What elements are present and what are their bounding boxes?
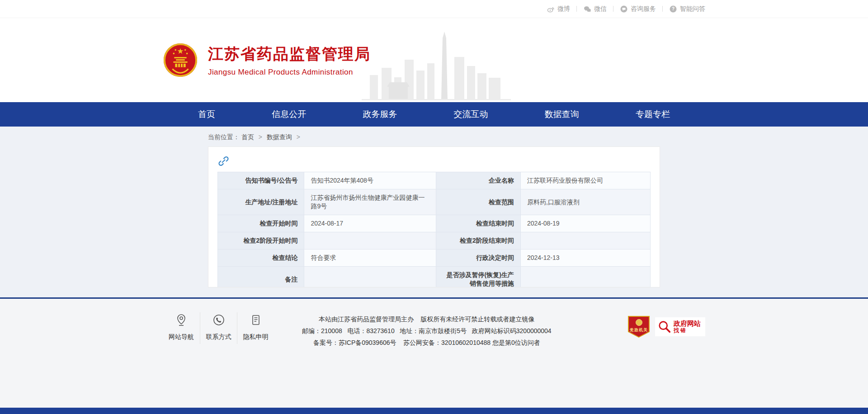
field-value: 2024-08-17	[304, 215, 436, 232]
field-value	[304, 267, 436, 288]
table-row: 生产地址/注册地址 江苏省扬州市扬州生物健康产业园健康一路9号 检查范围 原料药…	[218, 189, 651, 215]
footer-quick-links: 网站导航 联系方式 隐私申明	[163, 312, 274, 344]
topbar-item-label: 微信	[594, 5, 607, 13]
table-row: 检查开始时间 2024-08-17 检查结束时间 2024-08-19	[218, 215, 651, 232]
divider	[613, 6, 613, 12]
breadcrumb-home-link[interactable]: 首页	[241, 133, 254, 141]
footer-info: 本站由江苏省药品监督管理局主办 版权所有未经许可禁止转载或者建立镜像 邮编：21…	[302, 312, 552, 348]
table-row: 检查2阶段开始时间 检查2阶段结束时间	[218, 232, 651, 249]
field-label: 检查2阶段开始时间	[218, 232, 304, 249]
link-icon	[217, 155, 230, 167]
main-content: 当前位置： 首页 > 数据查询 > 告知书编号/公告号 告知书2024年第408…	[0, 127, 868, 297]
nav-item-home[interactable]: 首页	[198, 102, 215, 127]
table-row: 告知书编号/公告号 告知书2024年第408号 企业名称 江苏联环药业股份有限公…	[218, 172, 651, 189]
field-value: 2024-08-19	[520, 215, 650, 232]
document-icon	[249, 313, 263, 327]
nav-item-info-disclosure[interactable]: 信息公开	[272, 102, 306, 127]
field-value: 江苏联环药业股份有限公司	[520, 172, 650, 189]
divider	[662, 6, 663, 12]
site-header: 江苏省药品监督管理局 Jiangsu Medical Products Admi…	[0, 18, 868, 102]
field-label: 备注	[218, 267, 304, 288]
field-label: 检查开始时间	[218, 215, 304, 232]
consult-icon	[620, 5, 628, 13]
field-label: 行政决定时间	[436, 249, 521, 267]
field-value: 原料药,口服溶液剂	[520, 189, 650, 215]
topbar-item-label: 智能问答	[680, 5, 705, 13]
field-value	[520, 232, 650, 249]
topbar-item-label: 微博	[557, 5, 570, 13]
footer-link-label: 联系方式	[200, 333, 237, 341]
gov-site-badge-subtitle: 找错	[674, 328, 701, 334]
gov-site-badge-title: 政府网站	[674, 320, 701, 327]
qa-icon: ?	[669, 5, 677, 13]
breadcrumb-separator: >	[259, 133, 262, 141]
nav-item-gov-services[interactable]: 政务服务	[363, 102, 397, 127]
footer: 网站导航 联系方式 隐私申明 本站由江苏省药品监督管	[0, 299, 868, 408]
nav-item-data-query[interactable]: 数据查询	[545, 102, 579, 127]
footer-link-label: 隐私申明	[237, 333, 274, 341]
table-row: 备注 是否涉及暂停(恢复)生产销售使用等措施	[218, 267, 651, 288]
party-gov-badge-label: 党政机关	[630, 327, 648, 333]
contact-link[interactable]: 联系方式	[200, 312, 237, 344]
breadcrumb: 当前位置： 首页 > 数据查询 >	[208, 127, 660, 146]
party-gov-badge[interactable]: 党政机关	[628, 316, 650, 338]
breadcrumb-prefix: 当前位置：	[208, 133, 240, 141]
field-value: 2024-12-13	[520, 249, 650, 267]
breadcrumb-separator: >	[297, 133, 300, 141]
wechat-link[interactable]: 微信	[583, 5, 607, 13]
badge-emblem-icon	[636, 319, 642, 326]
privacy-statement-link[interactable]: 隐私申明	[237, 312, 274, 344]
field-value: 告知书2024年第408号	[304, 172, 436, 189]
nav-item-special-topics[interactable]: 专题专栏	[636, 102, 670, 127]
smart-qa-link[interactable]: ? 智能问答	[669, 5, 705, 13]
breadcrumb-data-query-link[interactable]: 数据查询	[267, 133, 292, 141]
national-emblem-logo	[163, 42, 198, 78]
topbar-item-label: 咨询服务	[631, 5, 656, 13]
svg-text:?: ?	[672, 6, 675, 11]
consult-service-link[interactable]: 咨询服务	[620, 5, 656, 13]
divider	[576, 6, 577, 12]
site-map-link[interactable]: 网站导航	[163, 312, 200, 344]
field-label: 检查结论	[218, 249, 304, 267]
footer-badges: 党政机关 政府网站 找错	[628, 316, 705, 338]
footer-address-line: 邮编：210008 电话：83273610 地址：南京市鼓楼街5号 政府网站标识…	[302, 325, 552, 337]
inspection-detail-table: 告知书编号/公告号 告知书2024年第408号 企业名称 江苏联环药业股份有限公…	[217, 172, 651, 287]
field-value	[520, 267, 650, 288]
magnifier-icon	[658, 320, 671, 334]
field-label: 是否涉及暂停(恢复)生产销售使用等措施	[436, 267, 521, 288]
field-label: 检查2阶段结束时间	[436, 232, 521, 249]
field-value: 符合要求	[304, 249, 436, 267]
weibo-link[interactable]: 微博	[547, 5, 570, 13]
main-nav: 首页 信息公开 政务服务 交流互动 数据查询 专题专栏	[0, 102, 868, 127]
phone-icon	[212, 313, 226, 327]
field-label: 检查范围	[436, 189, 521, 215]
bottom-blue-strip	[0, 408, 868, 414]
wechat-icon	[583, 5, 591, 13]
footer-icp-line: 备案号：苏ICP备09039606号 苏公网安备：32010602010488 …	[302, 337, 552, 348]
footer-host-copyright-line: 本站由江苏省药品监督管理局主办 版权所有未经许可禁止转载或者建立镜像	[302, 313, 552, 325]
field-value: 江苏省扬州市扬州生物健康产业园健康一路9号	[304, 189, 436, 215]
inspection-detail-card: 告知书编号/公告号 告知书2024年第408号 企业名称 江苏联环药业股份有限公…	[208, 146, 660, 287]
site-subtitle: Jiangsu Medical Products Administration	[208, 68, 371, 77]
nav-item-interaction[interactable]: 交流互动	[454, 102, 488, 127]
footer-link-label: 网站导航	[163, 333, 200, 341]
site-title: 江苏省药品监督管理局	[208, 44, 371, 65]
topbar: 微博 微信 咨询服务	[0, 0, 868, 18]
field-label: 告知书编号/公告号	[218, 172, 304, 189]
map-pin-icon	[175, 313, 188, 327]
table-row: 检查结论 符合要求 行政决定时间 2024-12-13	[218, 249, 651, 267]
field-value	[304, 232, 436, 249]
weibo-icon	[547, 5, 555, 13]
gov-site-error-report-badge[interactable]: 政府网站 找错	[655, 317, 705, 336]
field-label: 企业名称	[436, 172, 521, 189]
field-label: 生产地址/注册地址	[218, 189, 304, 215]
field-label: 检查结束时间	[436, 215, 521, 232]
